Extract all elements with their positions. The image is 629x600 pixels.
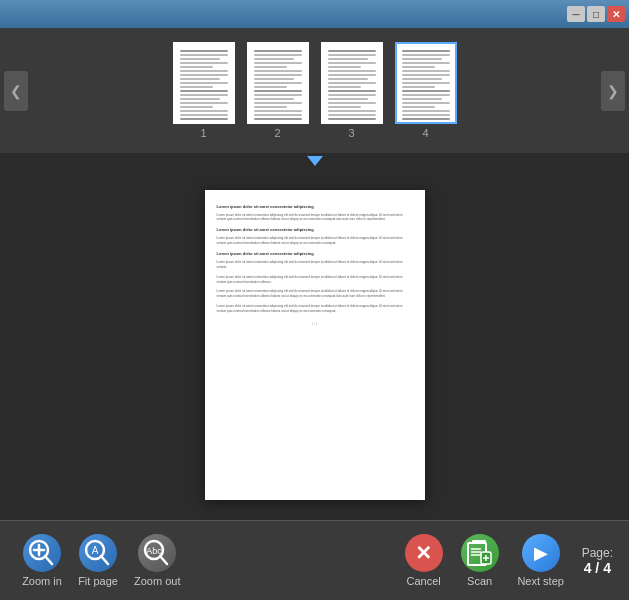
preview-content: Lorem ipsum dolor sit amet consectetur a… (217, 204, 413, 326)
page-preview: Lorem ipsum dolor sit amet consectetur a… (205, 190, 425, 500)
cancel-label: Cancel (407, 575, 441, 587)
scan-label: Scan (467, 575, 492, 587)
toolbar-right: ✕ Cancel Scan ▶ Next step (398, 530, 613, 591)
page-value: 4 / 4 (584, 560, 611, 576)
scan-svg (461, 534, 499, 572)
zoom-in-svg (23, 534, 61, 572)
svg-line-9 (160, 556, 167, 564)
zoom-in-button[interactable]: Zoom in (16, 530, 68, 591)
next-step-button[interactable]: ▶ Next step (510, 530, 572, 591)
thumbnail-page-2 (247, 42, 309, 124)
preview-footer: 1 / 1 (217, 322, 413, 326)
strip-nav-left[interactable]: ❮ (4, 71, 28, 111)
page-label: Page: (582, 546, 613, 560)
thumbnail-item-3[interactable]: 3 (321, 42, 383, 139)
preview-heading-1: Lorem ipsum dolor sit amet consectetur a… (217, 204, 413, 209)
strip-indicator (0, 153, 629, 169)
preview-heading-2: Lorem ipsum dolor sit amet consectetur a… (217, 227, 413, 232)
maximize-button[interactable]: □ (587, 6, 605, 22)
title-bar-buttons: ─ □ ✕ (567, 6, 625, 22)
scan-icon (461, 534, 499, 572)
preview-para-2: Lorem ipsum dolor sit amet consectetur a… (217, 236, 413, 246)
fit-page-button[interactable]: A Fit page (72, 530, 124, 591)
zoom-in-label: Zoom in (22, 575, 62, 587)
next-step-label: Next step (517, 575, 563, 587)
toolbar-left: Zoom in A Fit page Abc Zoom ou (16, 530, 186, 591)
zoom-out-button[interactable]: Abc Zoom out (128, 530, 186, 591)
cancel-icon: ✕ (405, 534, 443, 572)
scan-button[interactable]: Scan (454, 530, 506, 591)
cancel-button[interactable]: ✕ Cancel (398, 530, 450, 591)
page-info: Page: 4 / 4 (582, 546, 613, 576)
svg-text:Abc: Abc (146, 546, 162, 556)
svg-line-6 (101, 556, 108, 564)
close-button[interactable]: ✕ (607, 6, 625, 22)
thumbnails-container: 1 (30, 42, 599, 139)
fit-page-label: Fit page (78, 575, 118, 587)
preview-para-6: Lorem ipsum dolor sit amet consectetur a… (217, 304, 413, 314)
zoom-out-svg: Abc (138, 534, 176, 572)
preview-para-3: Lorem ipsum dolor sit amet consectetur a… (217, 260, 413, 270)
thumbnail-page-1 (173, 42, 235, 124)
thumbnail-page-4 (395, 42, 457, 124)
zoom-out-icon: Abc (138, 534, 176, 572)
bottom-toolbar: Zoom in A Fit page Abc Zoom ou (0, 520, 629, 600)
preview-para-1: Lorem ipsum dolor sit amet consectetur a… (217, 213, 413, 223)
thumbnail-number-4: 4 (422, 127, 428, 139)
fit-page-icon: A (79, 534, 117, 572)
thumbnail-item-2[interactable]: 2 (247, 42, 309, 139)
thumbnail-number-2: 2 (274, 127, 280, 139)
thumbnail-strip: ❮ (0, 28, 629, 153)
preview-heading-3: Lorem ipsum dolor sit amet consectetur a… (217, 251, 413, 256)
down-arrow-icon (307, 156, 323, 166)
svg-line-3 (45, 556, 52, 564)
fit-page-svg: A (79, 534, 117, 572)
zoom-out-label: Zoom out (134, 575, 180, 587)
preview-para-5: Lorem ipsum dolor sit amet consectetur a… (217, 289, 413, 299)
svg-text:A: A (92, 545, 99, 556)
zoom-in-icon (23, 534, 61, 572)
thumbnail-page-3 (321, 42, 383, 124)
thumbnail-number-1: 1 (200, 127, 206, 139)
strip-nav-right[interactable]: ❯ (601, 71, 625, 111)
svg-rect-11 (472, 540, 486, 544)
main-content: Lorem ipsum dolor sit amet consectetur a… (0, 169, 629, 520)
thumbnail-item-4[interactable]: 4 (395, 42, 457, 139)
preview-para-4: Lorem ipsum dolor sit amet consectetur a… (217, 275, 413, 285)
thumbnail-number-3: 3 (348, 127, 354, 139)
next-step-icon: ▶ (522, 534, 560, 572)
title-bar: ─ □ ✕ (0, 0, 629, 28)
thumbnail-item-1[interactable]: 1 (173, 42, 235, 139)
minimize-button[interactable]: ─ (567, 6, 585, 22)
